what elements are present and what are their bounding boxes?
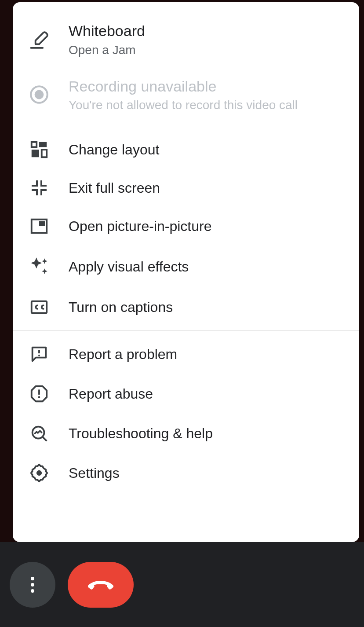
- recording-subtext: You're not allowed to record this video …: [69, 97, 298, 113]
- exit-fullscreen-label: Exit full screen: [69, 179, 160, 197]
- svg-point-17: [31, 583, 34, 587]
- svg-rect-8: [31, 301, 47, 313]
- menu-item-captions[interactable]: Turn on captions: [13, 287, 359, 327]
- troubleshooting-icon: [27, 423, 51, 444]
- pip-label: Open picture-in-picture: [69, 217, 211, 235]
- more-vert-icon: [31, 576, 34, 594]
- svg-rect-3: [39, 142, 47, 147]
- picture-in-picture-icon: [27, 216, 51, 236]
- menu-item-recording: Recording unavailable You're not allowed…: [13, 67, 359, 123]
- layout-icon: [27, 139, 51, 160]
- settings-label: Settings: [69, 464, 120, 482]
- closed-captions-icon: [27, 297, 51, 317]
- report-problem-label: Report a problem: [69, 345, 177, 363]
- svg-rect-4: [31, 150, 39, 157]
- report-problem-icon: [27, 344, 51, 364]
- svg-rect-7: [39, 221, 45, 227]
- troubleshooting-label: Troubleshooting & help: [69, 425, 213, 442]
- menu-divider-2: [13, 330, 359, 331]
- menu-item-settings[interactable]: Settings: [13, 453, 359, 493]
- menu-item-exit-fullscreen[interactable]: Exit full screen: [13, 169, 359, 206]
- svg-rect-2: [31, 142, 36, 147]
- menu-item-troubleshooting[interactable]: Troubleshooting & help: [13, 414, 359, 453]
- menu-item-whiteboard[interactable]: Whiteboard Open a Jam: [13, 12, 359, 67]
- svg-point-1: [34, 90, 44, 99]
- svg-point-18: [31, 589, 34, 593]
- menu-divider: [13, 126, 359, 126]
- svg-point-15: [36, 470, 41, 476]
- change-layout-label: Change layout: [69, 141, 159, 158]
- record-icon: [27, 84, 51, 106]
- report-abuse-icon: [27, 384, 51, 404]
- svg-line-14: [43, 437, 47, 441]
- menu-item-report-problem[interactable]: Report a problem: [13, 334, 359, 374]
- menu-item-visual-effects[interactable]: Apply visual effects: [13, 246, 359, 287]
- captions-label: Turn on captions: [69, 298, 173, 316]
- hang-up-icon: [87, 578, 114, 591]
- svg-rect-5: [41, 150, 47, 157]
- menu-item-change-layout[interactable]: Change layout: [13, 130, 359, 169]
- svg-point-12: [38, 396, 40, 398]
- visual-effects-icon: [27, 256, 51, 278]
- svg-point-10: [38, 355, 40, 356]
- settings-icon: [27, 463, 51, 483]
- recording-title: Recording unavailable: [69, 77, 298, 96]
- svg-point-16: [31, 577, 34, 580]
- whiteboard-title: Whiteboard: [69, 22, 145, 40]
- hang-up-button[interactable]: [68, 562, 134, 608]
- whiteboard-icon: [27, 29, 51, 51]
- report-abuse-label: Report abuse: [69, 385, 153, 403]
- menu-item-report-abuse[interactable]: Report abuse: [13, 374, 359, 414]
- more-options-button[interactable]: [10, 562, 55, 608]
- whiteboard-subtext: Open a Jam: [69, 42, 145, 58]
- menu-item-picture-in-picture[interactable]: Open picture-in-picture: [13, 206, 359, 246]
- call-controls-bar: [0, 542, 364, 627]
- exit-fullscreen-icon: [27, 179, 51, 197]
- visual-effects-label: Apply visual effects: [69, 258, 189, 275]
- more-options-menu: Whiteboard Open a Jam Recording unavaila…: [13, 2, 359, 542]
